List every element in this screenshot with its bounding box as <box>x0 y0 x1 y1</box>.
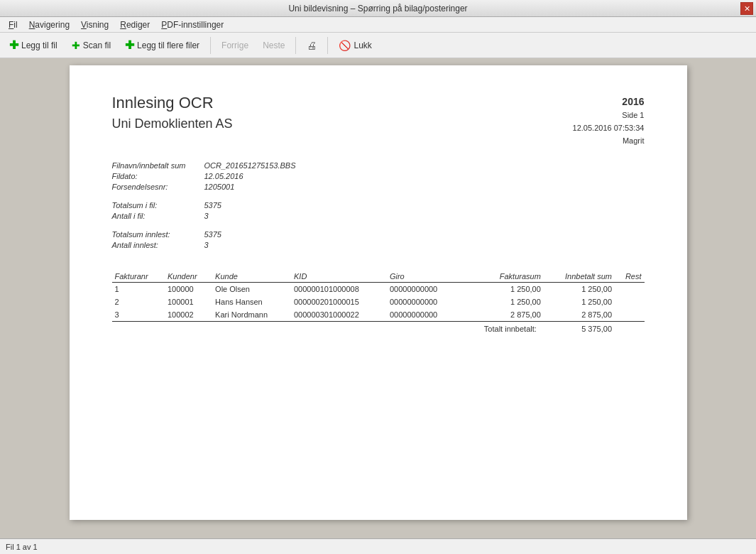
menu-visning[interactable]: Visning <box>75 18 114 31</box>
paper-document: Innlesing OCR Uni Demoklienten AS 2016 S… <box>70 65 687 520</box>
printer-icon: 🖨 <box>307 40 317 51</box>
info-value-totalsum-innlest: 5375 <box>204 230 221 239</box>
table-row: 2 100001 Hans Hansen 000000201000015 000… <box>112 295 645 308</box>
plus-multi-icon: ✚ <box>125 40 134 51</box>
col-fakturasum: Fakturasum <box>459 271 544 283</box>
cell-innbetalt: 1 250,00 <box>544 283 615 296</box>
cell-rest <box>615 308 644 322</box>
legg-til-fil-button[interactable]: ✚ Legg til fil <box>3 36 64 55</box>
info-section: Filnavn/innbetalt sum OCR_201651275153.B… <box>112 161 645 249</box>
col-kunde: Kunde <box>212 271 291 283</box>
legg-til-flere-button[interactable]: ✚ Legg til flere filer <box>119 36 206 55</box>
table-row: 1 100000 Ole Olsen 000000101000008 00000… <box>112 283 645 296</box>
info-value-filename: OCR_201651275153.BBS <box>204 161 296 170</box>
doc-user: Magrit <box>573 135 645 148</box>
cell-kunde: Hans Hansen <box>212 295 291 308</box>
close-button[interactable]: ✕ <box>740 2 753 15</box>
col-innbetalt: Innbetalt sum <box>544 271 615 283</box>
cell-giro: 00000000000 <box>387 295 459 308</box>
neste-button[interactable]: Neste <box>256 36 291 55</box>
cell-innbetalt: 2 875,00 <box>544 308 615 322</box>
cell-kundenr: 100001 <box>165 295 212 308</box>
doc-datetime: 12.05.2016 07:53:34 <box>573 122 645 135</box>
menu-navigering[interactable]: Navigering <box>23 18 75 31</box>
info-label-antall-innlest: Antall innlest: <box>112 241 204 249</box>
toolbar-sep-2 <box>295 37 296 54</box>
cell-fakturanr: 3 <box>112 308 165 322</box>
doc-title-block: Innlesing OCR Uni Demoklienten AS <box>112 94 233 147</box>
forrige-button[interactable]: Forrige <box>215 36 255 55</box>
cell-innbetalt: 1 250,00 <box>544 295 615 308</box>
cell-kid: 000000101000008 <box>291 283 387 296</box>
info-row-totalsum-fil: Totalsum i fil: 5375 <box>112 201 645 210</box>
table-header-row: Fakturanr Kundenr Kunde KID Giro Faktura… <box>112 271 645 283</box>
toolbar: ✚ Legg til fil ✚ Scan fil ✚ Legg til fle… <box>0 33 756 58</box>
info-row-totalsum-innlest: Totalsum innlest: 5375 <box>112 230 645 239</box>
menu-fil[interactable]: Fil <box>3 18 23 31</box>
plus-icon: ✚ <box>9 40 18 51</box>
total-row: Totalt innbetalt: 5 375,00 <box>112 322 645 336</box>
info-value-fildato: 12.05.2016 <box>204 172 243 180</box>
cell-kundenr: 100002 <box>165 308 212 322</box>
toolbar-sep-1 <box>210 37 211 54</box>
lukk-icon: 🚫 <box>339 40 351 51</box>
neste-label: Neste <box>263 40 285 50</box>
info-group-totals-file: Totalsum i fil: 5375 Antall i fil: 3 <box>112 201 645 220</box>
legg-til-flere-label: Legg til flere filer <box>137 40 199 50</box>
scan-icon: ✚ <box>72 40 80 51</box>
cell-fakturasum: 1 250,00 <box>459 283 544 296</box>
info-row-forsendelse: Forsendelsesnr: 1205001 <box>112 183 645 191</box>
cell-fakturanr: 1 <box>112 283 165 296</box>
cell-giro: 00000000000 <box>387 308 459 322</box>
print-button[interactable]: 🖨 <box>300 36 323 55</box>
main-area: Innlesing OCR Uni Demoklienten AS 2016 S… <box>0 58 756 538</box>
cell-kundenr: 100000 <box>165 283 212 296</box>
cell-giro: 00000000000 <box>387 283 459 296</box>
menu-rediger[interactable]: Rediger <box>114 18 155 31</box>
info-label-filename: Filnavn/innbetalt sum <box>112 161 204 170</box>
col-kid: KID <box>291 271 387 283</box>
doc-header: Innlesing OCR Uni Demoklienten AS 2016 S… <box>112 94 645 147</box>
info-row-antall-innlest: Antall innlest: 3 <box>112 241 645 249</box>
info-value-forsendelse: 1205001 <box>204 183 235 191</box>
legg-til-fil-label: Legg til fil <box>21 40 57 50</box>
lukk-button[interactable]: 🚫 Lukk <box>332 36 378 55</box>
status-text: Fil 1 av 1 <box>6 543 38 551</box>
doc-page: Side 1 <box>573 109 645 122</box>
info-label-totalsum-fil: Totalsum i fil: <box>112 201 204 210</box>
cell-fakturanr: 2 <box>112 295 165 308</box>
scan-fil-label: Scan fil <box>83 40 111 50</box>
info-row-antall-fil: Antall i fil: 3 <box>112 212 645 220</box>
info-value-antall-innlest: 3 <box>204 241 209 249</box>
title-bar: Uni bildevisning – Spørring på bilag/pos… <box>0 0 756 17</box>
info-row-fildato: Fildato: 12.05.2016 <box>112 172 645 180</box>
menu-bar: Fil Navigering Visning Rediger PDF-innst… <box>0 17 756 33</box>
doc-company: Uni Demoklienten AS <box>112 116 233 131</box>
document-viewer[interactable]: Innlesing OCR Uni Demoklienten AS 2016 S… <box>0 58 756 538</box>
info-label-fildato: Fildato: <box>112 172 204 180</box>
invoice-table: Fakturanr Kundenr Kunde KID Giro Faktura… <box>112 271 645 335</box>
cell-kid: 000000201000015 <box>291 295 387 308</box>
cell-rest <box>615 295 644 308</box>
cell-kid: 000000301000022 <box>291 308 387 322</box>
scan-fil-button[interactable]: ✚ Scan fil <box>65 36 117 55</box>
cell-rest <box>615 283 644 296</box>
menu-pdf-innstillinger[interactable]: PDF-innstillinger <box>155 18 229 31</box>
total-value: 5 375,00 <box>544 322 615 336</box>
forrige-label: Forrige <box>221 40 248 50</box>
cell-kunde: Ole Olsen <box>212 283 291 296</box>
total-rest-empty <box>615 322 644 336</box>
lukk-label: Lukk <box>354 40 371 50</box>
info-label-antall-fil: Antall i fil: <box>112 212 204 220</box>
info-label-totalsum-innlest: Totalsum innlest: <box>112 230 204 239</box>
total-label: Totalt innbetalt: <box>459 322 544 336</box>
window-title: Uni bildevisning – Spørring på bilag/pos… <box>288 4 467 13</box>
toolbar-sep-3 <box>327 37 328 54</box>
total-empty <box>112 322 459 336</box>
col-fakturanr: Fakturanr <box>112 271 165 283</box>
info-value-totalsum-fil: 5375 <box>204 201 221 210</box>
table-row: 3 100002 Kari Nordmann 000000301000022 0… <box>112 308 645 322</box>
doc-main-title: Innlesing OCR <box>112 94 233 112</box>
info-group-file: Filnavn/innbetalt sum OCR_201651275153.B… <box>112 161 645 191</box>
cell-kunde: Kari Nordmann <box>212 308 291 322</box>
